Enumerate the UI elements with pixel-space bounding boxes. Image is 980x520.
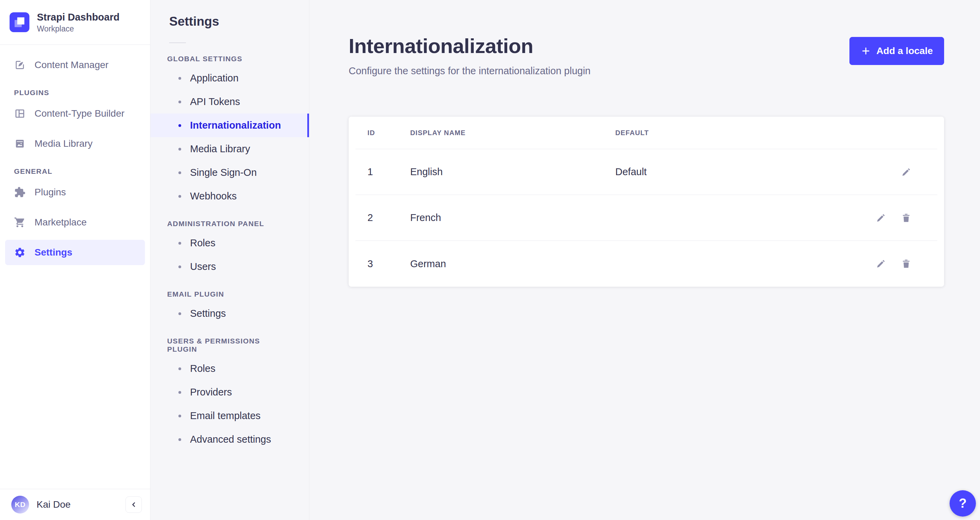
subnav-section-label-users-permissions-plugin: USERS & PERMISSIONS PLUGIN — [150, 337, 309, 353]
edit-locale-button[interactable] — [873, 256, 889, 272]
workspace-brand[interactable]: Strapi Dashboard Workplace — [0, 0, 150, 45]
settings-nav-item-advanced-settings[interactable]: Advanced settings — [150, 427, 309, 451]
settings-nav-item-providers[interactable]: Providers — [150, 380, 309, 404]
question-mark-icon: ? — [959, 496, 967, 511]
sidebar-item-label: Settings — [35, 247, 72, 258]
plugins-icon — [14, 187, 25, 198]
sidebar-section-label-general: GENERAL — [5, 167, 145, 175]
settings-nav-item-label: Webhooks — [190, 191, 237, 202]
edit-locale-button[interactable] — [898, 164, 914, 180]
sidebar-nav: Content ManagerPLUGINSContent-Type Build… — [0, 45, 150, 489]
bullet-dot — [178, 438, 181, 441]
add-locale-button-label: Add a locale — [877, 46, 933, 56]
column-header-default: DEFAULT — [615, 129, 790, 137]
strapi-logo-icon — [10, 12, 29, 32]
settings-nav-item-single-sign-on[interactable]: Single Sign-On — [150, 161, 309, 184]
locale-actions — [790, 210, 937, 226]
bullet-dot — [178, 77, 181, 80]
settings-nav-item-label: Advanced settings — [190, 434, 271, 445]
sidebar-item-media-library[interactable]: Media Library — [5, 131, 145, 156]
settings-nav-item-roles[interactable]: Roles — [150, 231, 309, 255]
sidebar-item-content-manager[interactable]: Content Manager — [5, 52, 145, 78]
settings-nav-item-label: Email templates — [190, 410, 261, 421]
settings-icon — [14, 247, 25, 258]
settings-nav-item-media-library[interactable]: Media Library — [150, 137, 309, 161]
settings-nav-item-webhooks[interactable]: Webhooks — [150, 184, 309, 208]
trash-icon — [901, 258, 912, 269]
workspace-title: Strapi Dashboard — [37, 11, 119, 23]
settings-nav-item-label: Roles — [190, 238, 215, 249]
sidebar-section-label-plugins: PLUGINS — [5, 89, 145, 97]
add-locale-button[interactable]: Add a locale — [850, 37, 944, 65]
column-header-display-name: DISPLAY NAME — [410, 129, 615, 137]
page-header-text: Internationalization Configure the setti… — [348, 34, 591, 77]
sidebar-item-content-type-builder[interactable]: Content-Type Builder — [5, 101, 145, 126]
workspace-text: Strapi Dashboard Workplace — [37, 11, 119, 33]
sidebar-item-label: Media Library — [35, 138, 92, 149]
settings-nav-item-internationalization[interactable]: Internationalization — [150, 113, 309, 137]
settings-nav-item-label: Roles — [190, 363, 215, 374]
bullet-dot — [178, 195, 181, 198]
marketplace-icon — [14, 217, 25, 228]
sidebar-item-plugins[interactable]: Plugins — [5, 180, 145, 205]
bullet-dot — [178, 312, 181, 315]
collapse-sidebar-button[interactable] — [126, 496, 142, 513]
sidebar-item-label: Content-Type Builder — [35, 108, 124, 119]
locale-default: Default — [615, 166, 790, 177]
content-manager-icon — [14, 59, 25, 71]
subnav-sections: GLOBAL SETTINGSApplicationAPI TokensInte… — [150, 55, 309, 451]
settings-nav-item-label: Single Sign-On — [190, 167, 257, 178]
settings-nav-item-label: Media Library — [190, 144, 250, 155]
sidebar-item-label: Plugins — [35, 187, 66, 198]
subnav-section-label-email-plugin: EMAIL PLUGIN — [150, 290, 309, 298]
user-name: Kai Doe — [37, 499, 71, 510]
settings-nav-item-label: Internationalization — [190, 120, 281, 131]
settings-subnav: Settings GLOBAL SETTINGSApplicationAPI T… — [150, 0, 309, 520]
settings-nav-item-roles[interactable]: Roles — [150, 357, 309, 380]
settings-nav-item-email-templates[interactable]: Email templates — [150, 404, 309, 427]
page-title: Internationalization — [348, 34, 591, 58]
settings-nav-item-label: Settings — [190, 308, 226, 319]
settings-nav-item-users[interactable]: Users — [150, 255, 309, 279]
settings-nav-item-application[interactable]: Application — [150, 66, 309, 90]
main-content: Internationalization Configure the setti… — [309, 0, 980, 520]
bullet-dot — [178, 415, 181, 417]
locale-row-german: 3German — [355, 241, 937, 287]
subnav-title: Settings — [150, 14, 309, 29]
settings-nav-item-label: Providers — [190, 387, 232, 398]
avatar[interactable]: KD — [11, 496, 29, 514]
bullet-dot — [178, 124, 181, 127]
table-body: 1EnglishDefault2French3German — [355, 149, 937, 287]
locale-display-name: German — [410, 258, 615, 270]
locale-id: 1 — [368, 166, 410, 177]
settings-nav-item-label: API Tokens — [190, 96, 240, 107]
chevron-left-icon — [129, 500, 138, 509]
locale-row-english: 1EnglishDefault — [355, 149, 937, 195]
sidebar-footer: KD Kai Doe — [0, 489, 150, 520]
page-subtitle: Configure the settings for the internati… — [348, 65, 591, 77]
bullet-dot — [178, 171, 181, 174]
page-header: Internationalization Configure the setti… — [348, 34, 944, 77]
workspace-subtitle: Workplace — [37, 24, 119, 33]
delete-locale-button[interactable] — [898, 256, 914, 272]
subnav-section-label-global-settings: GLOBAL SETTINGS — [150, 55, 309, 63]
locale-id: 2 — [368, 212, 410, 223]
locale-id: 3 — [368, 258, 410, 270]
help-button[interactable]: ? — [950, 490, 976, 517]
delete-locale-button[interactable] — [898, 210, 914, 226]
sidebar-item-label: Content Manager — [35, 59, 108, 70]
settings-nav-item-settings[interactable]: Settings — [150, 302, 309, 325]
sidebar-item-marketplace[interactable]: Marketplace — [5, 210, 145, 235]
settings-nav-item-label: Application — [190, 73, 239, 84]
sidebar-item-settings[interactable]: Settings — [5, 240, 145, 265]
plus-icon — [861, 46, 871, 56]
locale-display-name: English — [410, 166, 615, 177]
content-type-builder-icon — [14, 108, 25, 120]
bullet-dot — [178, 100, 181, 103]
sidebar-item-label: Marketplace — [35, 217, 87, 228]
edit-locale-button[interactable] — [873, 210, 889, 226]
pencil-icon — [875, 258, 886, 269]
settings-nav-item-api-tokens[interactable]: API Tokens — [150, 90, 309, 113]
bullet-dot — [178, 242, 181, 245]
table-header-row: IDDISPLAY NAMEDEFAULT — [355, 116, 937, 149]
